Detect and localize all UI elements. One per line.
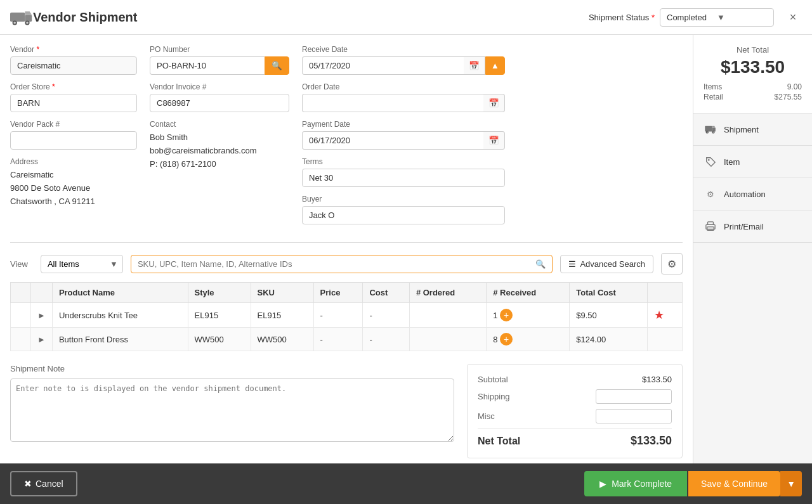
order-date-input[interactable] [302, 94, 483, 112]
close-button[interactable]: × [784, 8, 802, 26]
add-received-button[interactable]: + [500, 309, 513, 321]
po-number-label: PO Number [150, 45, 289, 54]
sidebar-print-email-label: Print/Email [724, 222, 764, 231]
search-icon: 🔍 [535, 259, 546, 269]
svg-point-13 [713, 132, 714, 133]
row-received: 8 + [487, 328, 570, 351]
row-flag: ★ [648, 303, 683, 328]
gear-button[interactable]: ⚙ [661, 253, 683, 275]
shipping-input[interactable] [596, 389, 672, 404]
sidebar-net-total-label: Net Total [704, 45, 802, 55]
advanced-search-button[interactable]: ☰ Advanced Search [560, 255, 653, 273]
subtotal-value: $133.50 [642, 375, 672, 384]
receive-date-input[interactable] [302, 56, 464, 75]
cancel-button[interactable]: ✖ Cancel [10, 471, 77, 496]
sidebar-item-shipment[interactable]: Shipment [693, 113, 812, 146]
content-area: Vendor * Order Store * BARN [0, 35, 812, 463]
sidebar-item-item[interactable]: Item [693, 146, 812, 178]
order-store-select[interactable]: BARN [10, 94, 137, 112]
receive-date-input-group: 📅 ▲ [302, 56, 505, 75]
contact-label: Contact [150, 120, 289, 129]
th-received: # Received [487, 283, 570, 303]
misc-row: Misc [478, 409, 672, 423]
flag-icon[interactable]: ★ [654, 309, 664, 321]
check-circle-icon: ▶ [599, 479, 606, 489]
row-expand[interactable]: ► [31, 328, 53, 351]
receive-date-label: Receive Date [302, 45, 505, 54]
row-product-name: Button Front Dress [52, 328, 188, 351]
row-ordered [409, 303, 486, 328]
th-product-name: Product Name [52, 283, 188, 303]
shipment-note-section: Shipment Note [10, 364, 454, 458]
receive-date-calendar-icon[interactable]: 📅 [464, 56, 485, 75]
row-expand[interactable]: ► [31, 303, 53, 328]
svg-marker-2 [25, 11, 32, 15]
expand-arrow-icon[interactable]: ► [37, 311, 46, 320]
misc-input[interactable] [596, 409, 672, 423]
order-date-calendar-icon[interactable]: 📅 [483, 94, 505, 112]
save-dropdown-button[interactable]: ▼ [780, 471, 802, 496]
cancel-icon: ✖ [24, 479, 32, 489]
save-continue-button[interactable]: Save & Continue [688, 471, 780, 496]
items-table-body: ► Underscrubs Knit Tee EL915 EL915 - - 1… [11, 303, 683, 351]
sidebar-items-row: Items 9.00 [704, 82, 802, 91]
svg-rect-7 [705, 126, 712, 132]
shipment-status-dropdown[interactable]: Completed ▼ [660, 8, 774, 27]
sidebar-nav: Shipment Item ⚙ Automation Print/Ema [693, 113, 812, 463]
expand-arrow-icon[interactable]: ► [37, 335, 46, 344]
view-select[interactable]: All Items [41, 255, 123, 273]
vendor-invoice-group: Vendor Invoice # [150, 82, 289, 112]
po-number-input[interactable] [150, 56, 265, 75]
advanced-search-icon: ☰ [568, 259, 576, 269]
th-total-cost: Total Cost [570, 283, 648, 303]
gear-nav-icon: ⚙ [704, 187, 717, 201]
row-cost: - [363, 328, 409, 351]
tag-nav-icon [704, 155, 717, 169]
mark-complete-button[interactable]: ▶ Mark Complete [584, 471, 687, 496]
net-total-row: Net Total $133.50 [478, 429, 672, 448]
order-date-label: Order Date [302, 82, 505, 91]
bottom-section: Shipment Note Subtotal $133.50 Shipping … [10, 364, 683, 458]
terms-select[interactable]: Net 30 [302, 169, 505, 187]
shipment-status-label: Shipment Status * [589, 13, 655, 22]
net-total-label: Net Total [478, 436, 520, 447]
save-dropdown-arrow-icon: ▼ [787, 479, 796, 489]
buyer-label: Buyer [302, 195, 505, 204]
sidebar-item-print-email[interactable]: Print/Email [693, 210, 812, 243]
sidebar-item-label: Item [724, 157, 740, 167]
sidebar-net-total-amount: $133.50 [704, 57, 802, 77]
receive-date-up-button[interactable]: ▲ [485, 56, 505, 75]
buyer-select[interactable]: Jack O [302, 206, 505, 224]
shipment-note-textarea[interactable] [10, 378, 454, 442]
order-date-input-group: 📅 [302, 94, 505, 112]
row-total-cost: $124.00 [570, 328, 648, 351]
chevron-down-icon: ▼ [717, 13, 767, 22]
payment-date-label: Payment Date [302, 120, 505, 129]
vendor-pack-group: Vendor Pack # [10, 120, 137, 150]
vendor-input[interactable] [10, 56, 137, 75]
sidebar-item-automation[interactable]: ⚙ Automation [693, 178, 812, 210]
items-toolbar: View All Items ▼ 🔍 ☰ Advanced Search ⚙ [10, 253, 683, 275]
sidebar-net-total-section: Net Total $133.50 Items 9.00 Retail $275… [693, 35, 812, 113]
vendor-pack-input[interactable] [10, 131, 137, 150]
po-search-button[interactable]: 🔍 [265, 56, 289, 75]
main-container: Vendor Shipment Shipment Status * Comple… [0, 0, 812, 504]
payment-date-input[interactable] [302, 131, 483, 150]
row-ordered [409, 328, 486, 351]
vendor-invoice-input[interactable] [150, 94, 289, 112]
svg-point-14 [708, 159, 710, 161]
payment-date-calendar-icon[interactable]: 📅 [483, 131, 505, 150]
form-col-middle: PO Number 🔍 Vendor Invoice # Contact [150, 45, 289, 232]
item-search-box[interactable]: 🔍 [131, 255, 553, 273]
item-search-input[interactable] [138, 259, 533, 269]
add-received-button[interactable]: + [500, 333, 513, 346]
row-style: EL915 [188, 303, 251, 328]
th-style: Style [188, 283, 251, 303]
row-sku: EL915 [251, 303, 313, 328]
address-value: Careismatic 9800 De Soto Avenue Chatswor… [10, 169, 137, 208]
vendor-pack-label: Vendor Pack # [10, 120, 137, 129]
row-price: - [313, 328, 363, 351]
address-group: Address Careismatic 9800 De Soto Avenue … [10, 157, 137, 208]
truck-nav-icon [704, 122, 717, 136]
svg-point-12 [707, 132, 708, 133]
